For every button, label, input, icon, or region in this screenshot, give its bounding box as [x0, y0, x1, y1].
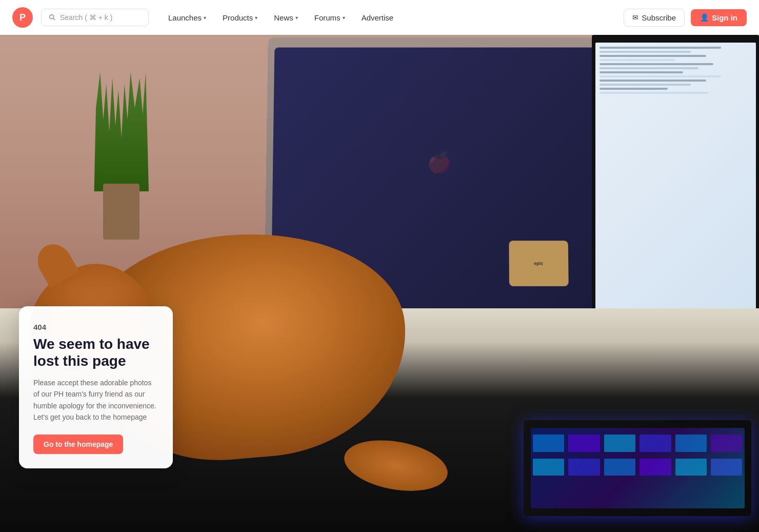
- svg-point-0: [50, 15, 54, 19]
- nav-item-advertise[interactable]: Advertise: [354, 9, 401, 26]
- nav-item-forums[interactable]: Forums ▾: [307, 9, 352, 26]
- nav-right: ✉ Subscribe 👤 Sign in: [624, 9, 747, 27]
- nav-links: Launches ▾ Products ▾ News ▾ Forums ▾ Ad…: [161, 9, 624, 26]
- sticker-epic: epic: [509, 241, 568, 287]
- search-placeholder: Search ( ⌘ + k ): [60, 13, 112, 22]
- navbar: P Search ( ⌘ + k ) Launches ▾ Products ▾…: [0, 0, 759, 35]
- apple-logo: 🍎: [427, 151, 452, 175]
- signin-button[interactable]: 👤 Sign in: [691, 9, 747, 26]
- chevron-down-icon: ▾: [295, 15, 298, 21]
- plant-grass: [91, 72, 152, 191]
- subscribe-button[interactable]: ✉ Subscribe: [624, 9, 685, 27]
- error-card: 404 We seem to have lost this page Pleas…: [19, 306, 173, 468]
- keyboard-keys-row2: [533, 459, 743, 476]
- chevron-down-icon: ▾: [204, 15, 206, 21]
- chevron-down-icon: ▾: [255, 15, 257, 21]
- search-icon: [49, 14, 56, 21]
- go-to-homepage-button[interactable]: Go to the homepage: [33, 435, 123, 454]
- svg-line-1: [53, 18, 55, 21]
- screen-content: [595, 43, 756, 100]
- nav-item-products[interactable]: Products ▾: [215, 9, 265, 26]
- nav-item-news[interactable]: News ▾: [267, 9, 305, 26]
- logo[interactable]: P: [12, 7, 33, 28]
- search-bar[interactable]: Search ( ⌘ + k ): [41, 9, 149, 26]
- cat-tail: [340, 433, 451, 498]
- keyboard: [524, 420, 751, 516]
- chevron-down-icon: ▾: [343, 15, 345, 21]
- error-code: 404: [33, 323, 158, 331]
- keyboard-keys-row1: [533, 435, 743, 452]
- nav-item-launches[interactable]: Launches ▾: [161, 9, 213, 26]
- error-title: We seem to have lost this page: [33, 336, 158, 370]
- error-description: Please accept these adorable photos of o…: [33, 377, 158, 423]
